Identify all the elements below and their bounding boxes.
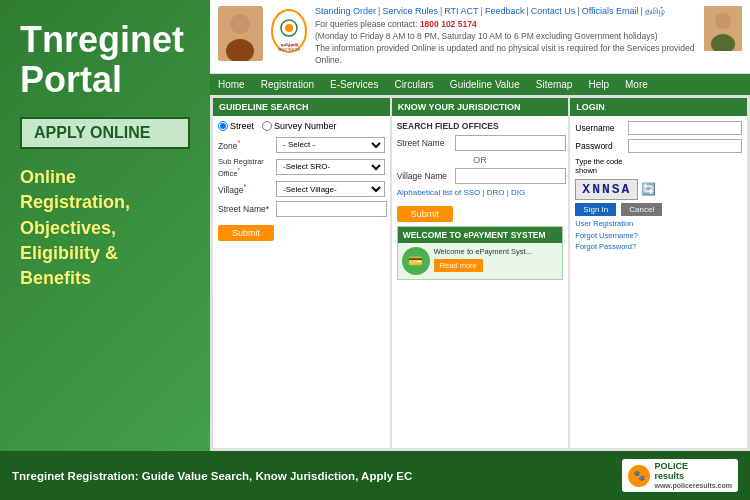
village-label: Village*	[218, 183, 273, 195]
main-wrapper: Tnreginet Portal APPLY ONLINE Online Reg…	[0, 0, 750, 500]
jurisdiction-street-label: Street Name	[397, 138, 452, 148]
radio-survey-label[interactable]: Survey Number	[262, 121, 337, 131]
nav-feedback[interactable]: Feedback	[485, 6, 525, 17]
signin-button[interactable]: Sign In	[575, 203, 616, 216]
info-text: The information provided Online is updat…	[315, 43, 694, 65]
avatar-face	[218, 6, 263, 61]
village-name-label: Village Name	[397, 171, 452, 181]
nav-officials-email[interactable]: Officials Email	[582, 6, 639, 17]
header-right-avatar	[704, 6, 742, 51]
village-name-input[interactable]	[455, 168, 566, 184]
nav-more[interactable]: More	[617, 74, 656, 95]
alpha-list[interactable]: Alphabetical list of SSO | DRO | DIG	[397, 188, 564, 197]
radio-street[interactable]	[218, 121, 228, 131]
police-badge: 🐾 POLICE results www.policeresults.com	[622, 459, 738, 492]
password-row: Password	[575, 139, 742, 153]
read-more-button[interactable]: Read more	[434, 259, 483, 272]
nav-rti[interactable]: RTI ACT	[444, 6, 478, 17]
police-label-area: POLICE results www.policeresults.com	[654, 462, 732, 489]
radio-row: Street Survey Number	[218, 121, 385, 131]
contact-hours: (Monday to Friday 8 AM to 8 PM, Saturday…	[315, 31, 658, 41]
refresh-captcha-icon[interactable]: 🔄	[641, 182, 656, 196]
captcha-box: XNNSA 🔄	[575, 179, 742, 200]
apply-online-badge[interactable]: APPLY ONLINE	[20, 117, 190, 149]
svg-text:REGISTRATION: REGISTRATION	[278, 48, 300, 52]
password-input[interactable]	[628, 139, 742, 153]
login-content: Username Password Type the code shown XN…	[570, 116, 747, 449]
nav-help[interactable]: Help	[580, 74, 617, 95]
village-name-row: Village Name	[397, 168, 564, 184]
nav-service-rules[interactable]: Service Rules	[382, 6, 438, 17]
guideline-search-box: GUIDELINE SEARCH Street Survey Number	[213, 98, 390, 449]
nav-circulars[interactable]: Circulars	[386, 74, 441, 95]
jurisdiction-subtitle: SEARCH FIELD OFFICES	[397, 121, 564, 131]
epay-text: Welcome to ePayment Syst...	[434, 247, 532, 256]
three-cols: GUIDELINE SEARCH Street Survey Number	[210, 95, 750, 452]
guideline-submit-button[interactable]: Submit	[218, 225, 274, 241]
nav-home[interactable]: Home	[210, 74, 253, 95]
forgot-password-link[interactable]: Forgot Password?	[575, 241, 742, 252]
header-top: தமிழ்நாடு REGISTRATION Standing Order | …	[218, 6, 742, 67]
street-row: Street Name*	[218, 201, 385, 217]
nav-guideline-value[interactable]: Guideline Value	[442, 74, 528, 95]
epayment-content: 💳 Welcome to ePayment Syst... Read more	[402, 247, 559, 275]
header-nav-links: Standing Order | Service Rules | RTI ACT…	[315, 6, 698, 17]
zone-label: Zone*	[218, 139, 273, 151]
left-panel: Tnreginet Portal APPLY ONLINE Online Reg…	[0, 0, 210, 451]
header-info: Standing Order | Service Rules | RTI ACT…	[315, 6, 698, 67]
header: தமிழ்நாடு REGISTRATION Standing Order | …	[210, 0, 750, 74]
jurisdiction-street-row: Street Name	[397, 135, 564, 151]
svg-point-9	[715, 13, 731, 29]
cancel-button[interactable]: Cancel	[621, 203, 662, 216]
forgot-username-link[interactable]: Forgot Username?	[575, 230, 742, 241]
police-label: POLICE results	[654, 462, 732, 482]
guideline-search-content: Street Survey Number Zone* - Select -	[213, 116, 390, 449]
epayment-box: WELCOME TO ePAYMENT SYSTEM 💳 Welcome to …	[397, 226, 564, 280]
street-input[interactable]	[276, 201, 387, 217]
nav-sitemap[interactable]: Sitemap	[528, 74, 581, 95]
radio-street-label[interactable]: Street	[218, 121, 254, 131]
username-input[interactable]	[628, 121, 742, 135]
police-icon: 🐾	[628, 465, 650, 487]
nav-standing-order[interactable]: Standing Order	[315, 6, 376, 17]
svg-point-1	[230, 14, 250, 34]
epay-icon: 💳	[402, 247, 430, 275]
jurisdiction-submit-button[interactable]: Submit	[397, 206, 453, 222]
svg-point-5	[285, 24, 293, 32]
portal-title: Tnreginet Portal	[20, 20, 190, 99]
jurisdiction-box: KNOW YOUR JURISDICTION SEARCH FIELD OFFI…	[392, 98, 569, 449]
sro-select[interactable]: -Select SRO-	[276, 159, 385, 175]
logo-emblem: தமிழ்நாடு REGISTRATION	[269, 6, 309, 56]
nav-bar: Home Registration E-Services Circulars G…	[210, 74, 750, 95]
nav-tamil[interactable]: தமிழ்	[645, 6, 665, 17]
street-label: Street Name*	[218, 204, 273, 214]
contact-number: 1800 102 5174	[420, 19, 477, 29]
username-row: Username	[575, 121, 742, 135]
jurisdiction-content: SEARCH FIELD OFFICES Street Name OR Vill…	[392, 116, 569, 449]
jurisdiction-street-input[interactable]	[455, 135, 566, 151]
sro-label: Sub Registrar Office*	[218, 157, 273, 178]
portal-subtitle: Online Registration, Objectives, Eligibi…	[20, 165, 190, 291]
right-panel: தமிழ்நாடு REGISTRATION Standing Order | …	[210, 0, 750, 451]
login-header: LOGIN	[570, 98, 747, 116]
nav-contact[interactable]: Contact Us	[531, 6, 576, 17]
village-select[interactable]: -Select Village-	[276, 181, 385, 197]
username-label: Username	[575, 123, 625, 133]
user-registration-link[interactable]: User Registration	[575, 219, 633, 228]
zone-select[interactable]: - Select -	[276, 137, 385, 153]
police-url: www.policeresults.com	[654, 482, 732, 489]
avatar	[218, 6, 263, 61]
radio-survey[interactable]	[262, 121, 272, 131]
nav-registration[interactable]: Registration	[253, 74, 322, 95]
zone-row: Zone* - Select -	[218, 137, 385, 153]
user-reg-row: User Registration	[575, 219, 742, 228]
guideline-search-header: GUIDELINE SEARCH	[213, 98, 390, 116]
footer-text: Tnreginet Registration: Guide Value Sear…	[12, 470, 412, 482]
password-label: Password	[575, 141, 625, 151]
captcha-image: XNNSA	[575, 179, 638, 200]
epayment-header: WELCOME TO ePAYMENT SYSTEM	[398, 227, 563, 243]
nav-eservices[interactable]: E-Services	[322, 74, 386, 95]
contact-info: For queries please contact: 1800 102 517…	[315, 19, 698, 67]
or-divider: OR	[397, 155, 564, 165]
forgot-links: Forgot Username? Forgot Password?	[575, 230, 742, 253]
